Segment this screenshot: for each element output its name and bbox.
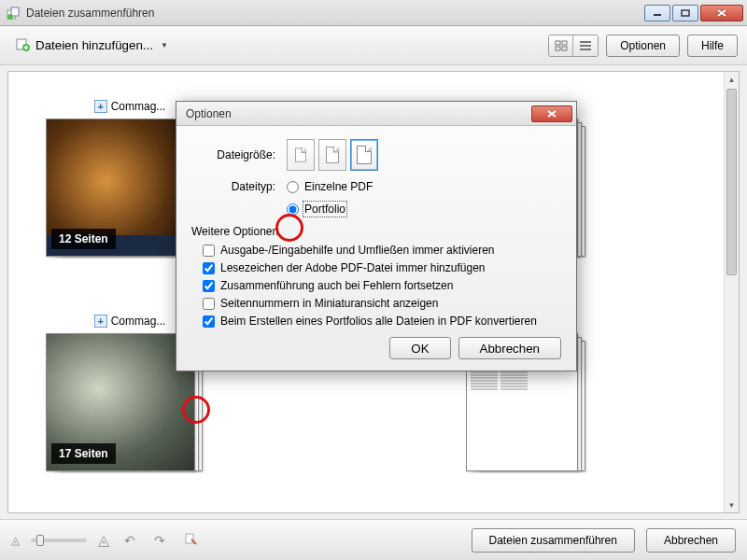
- svg-rect-1: [11, 7, 19, 16]
- redo-button[interactable]: ↷: [150, 531, 169, 550]
- opt-accessibility-checkbox[interactable]: Ausgabe-/Eingabehilfe und Umfließen imme…: [203, 244, 561, 257]
- zoom-slider[interactable]: [31, 539, 87, 542]
- close-button[interactable]: [700, 5, 743, 21]
- options-button[interactable]: Optionen: [606, 35, 680, 57]
- window-title: Dateien zusammenführen: [26, 7, 642, 20]
- combine-button[interactable]: Dateien zusammenführen: [472, 528, 635, 553]
- filesize-large-button[interactable]: [350, 139, 378, 171]
- minimize-button[interactable]: [644, 5, 670, 21]
- filetype-single-radio[interactable]: Einzelne PDF: [287, 180, 373, 193]
- titlebar: Dateien zusammenführen: [0, 0, 747, 26]
- dialog-titlebar: Optionen: [176, 102, 576, 126]
- options-dialog: Optionen Dateigröße: Dateityp: Einzelne …: [176, 101, 577, 371]
- opt-bookmarks-checkbox[interactable]: Lesezeichen der Adobe PDF-Datei immer hi…: [203, 261, 561, 274]
- svg-rect-18: [186, 534, 193, 543]
- dialog-cancel-button[interactable]: Abbrechen: [458, 337, 561, 359]
- list-view-button[interactable]: [573, 35, 598, 56]
- undo-button[interactable]: ↶: [120, 531, 139, 550]
- svg-rect-13: [556, 47, 560, 50]
- more-options-heading: Weitere Optionen: [191, 225, 561, 238]
- zoom-in-icon: ◬: [98, 531, 109, 549]
- footer: ◬ ◬ ↶ ↷ Dateien zusammenführen Abbrechen: [0, 519, 747, 560]
- cancel-button[interactable]: Abbrechen: [646, 528, 736, 553]
- svg-rect-12: [562, 41, 567, 45]
- dialog-close-button[interactable]: [531, 105, 572, 122]
- scrollbar-thumb[interactable]: [726, 89, 737, 275]
- filesize-medium-button[interactable]: [318, 139, 346, 171]
- svg-rect-11: [556, 41, 560, 45]
- thumbnail-view-button[interactable]: [549, 35, 573, 56]
- page-count-badge: 17 Seiten: [51, 443, 116, 464]
- filetype-portfolio-radio[interactable]: Portfolio: [287, 203, 345, 216]
- remove-button[interactable]: [180, 530, 201, 550]
- add-files-button[interactable]: Dateien hinzufügen... ▼: [9, 33, 174, 58]
- svg-point-2: [7, 14, 13, 20]
- scroll-up-icon[interactable]: ▲: [725, 72, 739, 87]
- opt-convert-pdf-checkbox[interactable]: Beim Erstellen eines Portfolios alle Dat…: [203, 315, 561, 328]
- dialog-ok-button[interactable]: OK: [389, 337, 450, 359]
- maximize-button[interactable]: [672, 5, 698, 21]
- expand-icon[interactable]: +: [94, 100, 107, 113]
- view-toggle: [548, 35, 599, 57]
- help-button[interactable]: Hilfe: [687, 35, 738, 57]
- expand-icon[interactable]: +: [94, 315, 107, 328]
- page-count-badge: 12 Seiten: [51, 229, 116, 249]
- filesize-small-button[interactable]: [287, 139, 315, 171]
- filetype-label: Dateityp:: [191, 180, 275, 193]
- opt-pagenumbers-checkbox[interactable]: Seitennummern in Miniaturansicht anzeige…: [203, 297, 561, 310]
- vertical-scrollbar[interactable]: ▲ ▼: [724, 72, 739, 512]
- chevron-down-icon: ▼: [161, 41, 168, 49]
- svg-rect-14: [562, 47, 567, 50]
- filesize-label: Dateigröße:: [191, 148, 275, 161]
- app-icon: [6, 6, 21, 21]
- zoom-out-icon: ◬: [11, 534, 20, 547]
- toolbar: Dateien hinzufügen... ▼ Optionen Hilfe: [0, 26, 747, 65]
- opt-continue-errors-checkbox[interactable]: Zusammenführung auch bei Fehlern fortset…: [203, 279, 561, 292]
- svg-rect-4: [682, 10, 689, 16]
- dialog-title: Optionen: [186, 107, 531, 120]
- add-files-icon: [15, 36, 30, 54]
- scroll-down-icon[interactable]: ▼: [725, 497, 739, 512]
